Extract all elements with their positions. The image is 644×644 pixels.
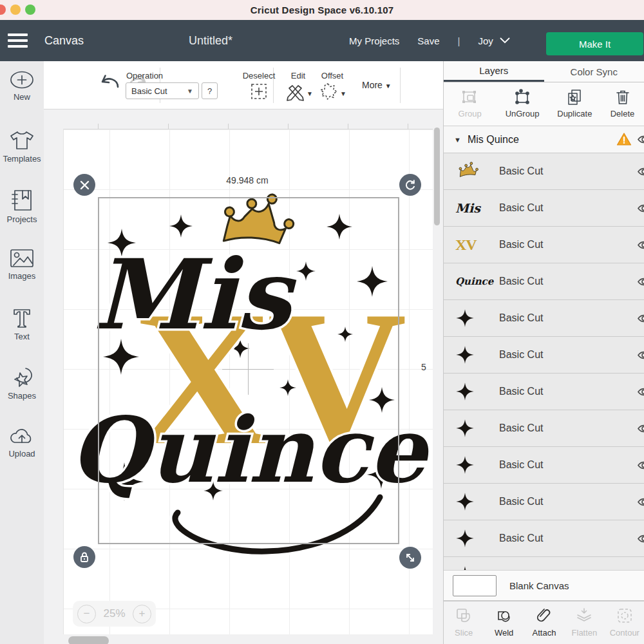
attach-button[interactable]: Attach — [524, 607, 564, 644]
layer-row[interactable]: Basic Cut — [444, 447, 644, 484]
trash-icon — [615, 89, 630, 106]
visibility-eye-icon[interactable] — [638, 533, 644, 545]
selection-width-label: 49.948 cm — [226, 175, 268, 185]
layer-row[interactable]: Basic Cut — [444, 153, 644, 190]
ungroup-button[interactable]: UnGroup — [496, 82, 548, 126]
document-title[interactable]: Untitled* — [189, 34, 232, 48]
sidebar-item-text[interactable]: Text — [0, 298, 44, 357]
dropdown-caret-icon: ▼ — [187, 88, 193, 95]
sidebar-label-projects: Projects — [0, 214, 44, 224]
blank-canvas-thumbnail — [453, 575, 497, 596]
offset-button[interactable]: Offset ▼ — [316, 71, 349, 101]
resize-arrows-icon — [404, 552, 416, 564]
horizontal-scrollbar[interactable] — [68, 636, 109, 644]
visibility-eye-icon[interactable] — [638, 133, 644, 146]
sidebar-label-images: Images — [0, 271, 44, 281]
sidebar-label-text: Text — [0, 332, 44, 341]
sidebar-label-templates: Templates — [0, 154, 44, 164]
layer-row-label: Basic Cut — [499, 496, 543, 507]
layer-row[interactable]: Quince Basic Cut — [444, 263, 644, 300]
delete-button[interactable]: Delete — [601, 82, 644, 126]
visibility-eye-icon[interactable] — [638, 239, 644, 251]
layer-row[interactable]: XV Basic Cut — [444, 227, 644, 263]
operation-help-button[interactable]: ? — [202, 82, 218, 99]
layer-row-label: Basic Cut — [499, 276, 543, 287]
make-it-button[interactable]: Make It — [546, 32, 643, 55]
group-expand-caret-icon[interactable]: ▼ — [454, 136, 461, 144]
slice-icon — [455, 607, 473, 625]
visibility-eye-icon[interactable] — [638, 459, 644, 471]
selection-rotate-handle[interactable] — [399, 174, 421, 196]
operation-dropdown[interactable]: Basic Cut ▼ — [126, 82, 199, 99]
sidebar-item-templates[interactable]: Templates — [0, 120, 44, 180]
layer-row[interactable]: Mis Basic Cut — [444, 190, 644, 227]
weld-icon — [495, 607, 513, 625]
quince-thumbnail: Quince — [455, 276, 493, 287]
selection-height-label: 5 — [421, 362, 426, 372]
sidebar-label-shapes: Shapes — [0, 391, 44, 401]
visibility-eye-icon[interactable] — [638, 202, 644, 214]
layer-row[interactable]: Basic Cut — [444, 300, 644, 337]
flatten-button[interactable]: Flatten — [564, 607, 604, 644]
panel-tabs: Layers Color Sync — [444, 61, 644, 82]
close-window-icon[interactable] — [0, 5, 6, 15]
sidebar-item-new[interactable]: New — [0, 61, 44, 120]
ungroup-icon — [513, 89, 531, 106]
flatten-label: Flatten — [572, 628, 598, 638]
zoom-out-button[interactable]: − — [77, 605, 96, 623]
layer-row[interactable]: Basic Cut — [444, 557, 644, 570]
zoom-in-button[interactable]: + — [133, 605, 151, 623]
visibility-eye-icon[interactable] — [638, 276, 644, 288]
layer-row[interactable]: Basic Cut — [444, 337, 644, 374]
user-menu[interactable]: Joy — [478, 35, 509, 46]
layer-row[interactable]: Basic Cut — [444, 410, 644, 447]
selection-resize-handle[interactable] — [399, 547, 421, 569]
layer-row[interactable]: Basic Cut — [444, 484, 644, 520]
duplicate-button[interactable]: Duplicate — [549, 82, 601, 126]
tab-color-sync[interactable]: Color Sync — [544, 61, 644, 82]
more-menu-button[interactable]: More ▼ — [362, 80, 392, 90]
vertical-scrollbar[interactable] — [434, 128, 440, 225]
duplicate-label: Duplicate — [557, 109, 592, 118]
sidebar-item-shapes[interactable]: Shapes — [0, 357, 44, 417]
background-canvas-row[interactable]: Blank Canvas — [444, 570, 644, 601]
selection-lock-handle[interactable] — [73, 546, 95, 568]
visibility-eye-icon[interactable] — [638, 349, 644, 361]
undo-button[interactable] — [99, 73, 121, 91]
layer-row-label: Basic Cut — [499, 239, 543, 251]
sidebar-item-upload[interactable]: Upload — [0, 417, 44, 476]
visibility-eye-icon[interactable] — [638, 166, 644, 178]
visibility-eye-icon[interactable] — [638, 386, 644, 398]
plus-oval-icon — [9, 70, 35, 90]
menu-hamburger-icon[interactable] — [8, 33, 28, 48]
rotate-icon — [404, 179, 416, 191]
fullscreen-window-icon[interactable] — [25, 5, 35, 15]
star-thumbnail — [455, 565, 475, 570]
selection-bounding-box[interactable] — [98, 197, 399, 544]
selection-close-handle[interactable] — [73, 174, 95, 196]
contour-button[interactable]: Contour — [605, 607, 644, 644]
delete-label: Delete — [611, 109, 635, 118]
save-link[interactable]: Save — [417, 35, 439, 46]
my-projects-link[interactable]: My Projects — [349, 35, 399, 46]
layers-list: Basic Cut Mis Basic Cut XV Basic Cut Qui… — [444, 153, 644, 570]
weld-button[interactable]: Weld — [484, 607, 524, 644]
group-button[interactable]: Group — [444, 82, 496, 126]
deselect-button[interactable]: Deselect — [239, 71, 279, 101]
layer-thumb: XV — [455, 236, 491, 254]
sidebar-item-images[interactable]: Images — [0, 239, 44, 298]
visibility-eye-icon[interactable] — [638, 312, 644, 325]
sidebar-item-projects[interactable]: Projects — [0, 180, 44, 239]
minimize-window-icon[interactable] — [10, 5, 21, 15]
slice-button[interactable]: Slice — [444, 607, 484, 644]
layer-row[interactable]: Basic Cut — [444, 520, 644, 557]
visibility-eye-icon[interactable] — [638, 422, 644, 435]
visibility-eye-icon[interactable] — [638, 496, 644, 508]
crown-thumbnail — [455, 162, 482, 181]
tab-layers[interactable]: Layers — [444, 61, 544, 82]
warning-icon[interactable] — [616, 132, 632, 146]
edit-tools-button[interactable]: Edit ▼ — [282, 71, 314, 101]
layer-row[interactable]: Basic Cut — [444, 374, 644, 410]
layer-group-header[interactable]: ▼ Mis Quince — [444, 126, 644, 153]
canvas-viewport[interactable]: XV Mis Quince 49.948 cm 5 — [44, 109, 443, 644]
